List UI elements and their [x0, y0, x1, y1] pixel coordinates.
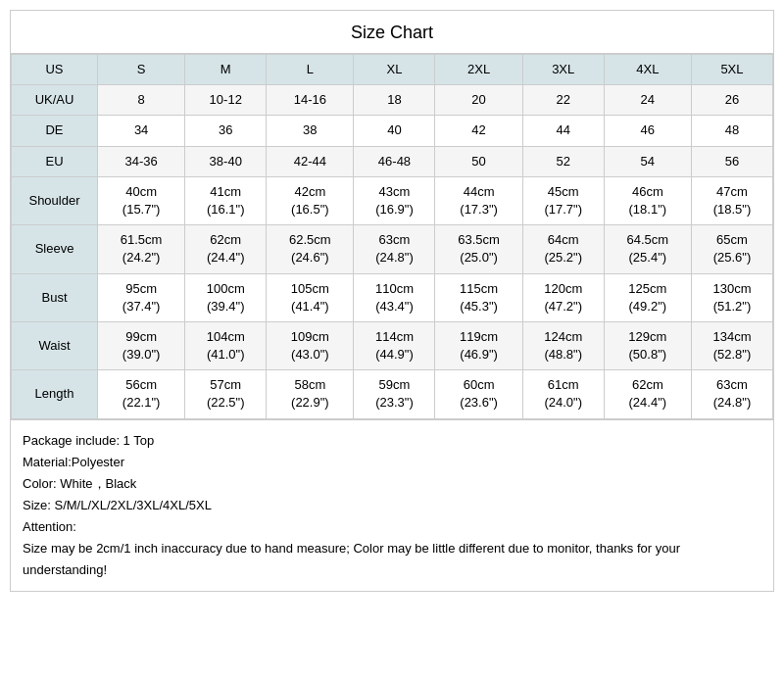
cell-de-3XL: 44: [522, 116, 604, 146]
row-label-eu: EU: [12, 146, 98, 176]
cell-sleeve-M: 62cm(24.4"): [185, 225, 267, 273]
cell-bust-M: 100cm(39.4"): [185, 273, 267, 321]
cell-shoulder-S: 40cm(15.7"): [98, 176, 185, 224]
cell-de-M: 36: [185, 116, 267, 146]
cell-sleeve-5XL: 65cm(25.6"): [691, 225, 772, 273]
cell-bust-4XL: 125cm(49.2"): [604, 273, 691, 321]
cell-length-5XL: 63cm(24.8"): [691, 370, 772, 418]
cell-uk/au-4XL: 24: [604, 85, 691, 116]
notes-section: Package include: 1 TopMaterial:Polyester…: [11, 419, 773, 592]
row-label-de: DE: [12, 116, 98, 146]
cell-sleeve-S: 61.5cm(24.2"): [98, 225, 185, 273]
row-label-bust: Bust: [12, 273, 98, 321]
cell-shoulder-XL: 43cm(16.9"): [354, 176, 435, 224]
cell-waist-5XL: 134cm(52.8"): [691, 321, 772, 369]
cell-de-5XL: 48: [691, 116, 772, 146]
cell-length-2XL: 60cm(23.6"): [435, 370, 522, 418]
cell-de-S: 34: [98, 116, 185, 146]
col-header-5XL: 5XL: [691, 55, 772, 85]
col-header-2XL: 2XL: [435, 55, 522, 85]
cell-uk/au-5XL: 26: [691, 85, 772, 116]
cell-eu-4XL: 54: [604, 146, 691, 176]
cell-bust-5XL: 130cm(51.2"): [691, 273, 772, 321]
cell-shoulder-3XL: 45cm(17.7"): [522, 176, 604, 224]
cell-eu-3XL: 52: [522, 146, 604, 176]
col-header-3XL: 3XL: [522, 55, 604, 85]
cell-shoulder-L: 42cm(16.5"): [267, 176, 354, 224]
cell-shoulder-M: 41cm(16.1"): [185, 176, 267, 224]
cell-bust-3XL: 120cm(47.2"): [522, 273, 604, 321]
cell-length-XL: 59cm(23.3"): [354, 370, 435, 418]
cell-shoulder-2XL: 44cm(17.3"): [435, 176, 522, 224]
row-label-length: Length: [12, 370, 98, 418]
cell-sleeve-L: 62.5cm(24.6"): [267, 225, 354, 273]
cell-de-2XL: 42: [435, 116, 522, 146]
col-header-4XL: 4XL: [604, 55, 691, 85]
cell-eu-M: 38-40: [185, 146, 267, 176]
cell-uk/au-S: 8: [98, 85, 185, 116]
cell-length-L: 58cm(22.9"): [267, 370, 354, 418]
cell-shoulder-5XL: 47cm(18.5"): [691, 176, 772, 224]
cell-eu-5XL: 56: [691, 146, 772, 176]
note-line-1: Material:Polyester: [23, 452, 761, 473]
cell-length-M: 57cm(22.5"): [185, 370, 267, 418]
cell-uk/au-XL: 18: [354, 85, 435, 116]
cell-waist-S: 99cm(39.0"): [98, 321, 185, 369]
cell-sleeve-XL: 63cm(24.8"): [354, 225, 435, 273]
note-line-4: Attention:: [23, 516, 761, 538]
row-label-sleeve: Sleeve: [12, 225, 98, 273]
note-line-0: Package include: 1 Top: [23, 430, 761, 452]
cell-sleeve-4XL: 64.5cm(25.4"): [604, 225, 691, 273]
row-label-shoulder: Shoulder: [12, 176, 98, 224]
cell-bust-L: 105cm(41.4"): [267, 273, 354, 321]
cell-sleeve-3XL: 64cm(25.2"): [522, 225, 604, 273]
size-table: USSMLXL2XL3XL4XL5XLUK/AU810-1214-1618202…: [11, 54, 773, 419]
col-header-S: S: [98, 55, 185, 85]
cell-eu-S: 34-36: [98, 146, 185, 176]
cell-waist-3XL: 124cm(48.8"): [522, 321, 604, 369]
cell-shoulder-4XL: 46cm(18.1"): [604, 176, 691, 224]
size-system-header: US: [12, 55, 98, 85]
cell-uk/au-M: 10-12: [185, 85, 267, 116]
cell-waist-2XL: 119cm(46.9"): [435, 321, 522, 369]
cell-length-4XL: 62cm(24.4"): [604, 370, 691, 418]
note-line-2: Color: White，Black: [23, 473, 761, 495]
chart-title: Size Chart: [11, 11, 773, 54]
cell-length-3XL: 61cm(24.0"): [522, 370, 604, 418]
cell-eu-XL: 46-48: [354, 146, 435, 176]
cell-de-XL: 40: [354, 116, 435, 146]
cell-bust-2XL: 115cm(45.3"): [435, 273, 522, 321]
cell-eu-L: 42-44: [267, 146, 354, 176]
row-label-waist: Waist: [12, 321, 98, 369]
cell-de-L: 38: [267, 116, 354, 146]
cell-bust-S: 95cm(37.4"): [98, 273, 185, 321]
note-line-3: Size: S/M/L/XL/2XL/3XL/4XL/5XL: [23, 495, 761, 516]
cell-uk/au-2XL: 20: [435, 85, 522, 116]
cell-waist-M: 104cm(41.0"): [185, 321, 267, 369]
cell-bust-XL: 110cm(43.4"): [354, 273, 435, 321]
col-header-L: L: [267, 55, 354, 85]
cell-sleeve-2XL: 63.5cm(25.0"): [435, 225, 522, 273]
cell-de-4XL: 46: [604, 116, 691, 146]
cell-uk/au-3XL: 22: [522, 85, 604, 116]
size-chart-container: Size Chart USSMLXL2XL3XL4XL5XLUK/AU810-1…: [10, 10, 774, 592]
row-label-uk/au: UK/AU: [12, 85, 98, 116]
note-line-5: Size may be 2cm/1 inch inaccuracy due to…: [23, 538, 761, 581]
col-header-M: M: [185, 55, 267, 85]
cell-eu-2XL: 50: [435, 146, 522, 176]
cell-uk/au-L: 14-16: [267, 85, 354, 116]
cell-waist-XL: 114cm(44.9"): [354, 321, 435, 369]
cell-waist-4XL: 129cm(50.8"): [604, 321, 691, 369]
col-header-XL: XL: [354, 55, 435, 85]
cell-length-S: 56cm(22.1"): [98, 370, 185, 418]
cell-waist-L: 109cm(43.0"): [267, 321, 354, 369]
